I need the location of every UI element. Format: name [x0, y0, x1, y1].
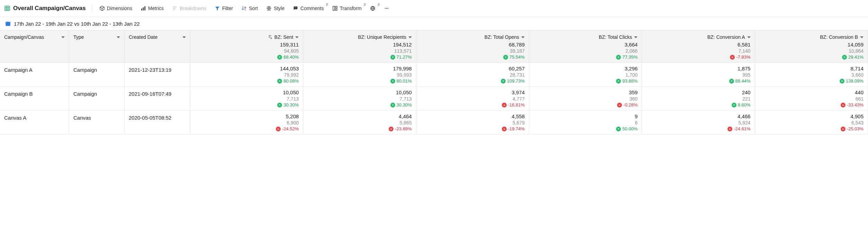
delta-down-icon	[389, 127, 394, 131]
delta-up-icon	[277, 103, 282, 107]
svg-rect-15	[335, 6, 337, 8]
delta-up-icon	[390, 55, 395, 60]
dimensions-button[interactable]: Dimensions	[96, 3, 136, 13]
delta-down-icon	[730, 55, 735, 60]
delta-down-icon	[502, 103, 507, 107]
col-label: Type	[73, 34, 84, 40]
beta-badge: β	[364, 3, 366, 6]
svg-rect-5	[141, 9, 142, 10]
agg-value: 14,059	[759, 42, 864, 48]
globe-icon	[370, 6, 376, 11]
col-header-metric[interactable]: BZ: Total Clicks3,6642,06677.35%	[529, 31, 642, 63]
sort-icon	[241, 6, 247, 11]
cell-metric: 359360-0.28%	[529, 87, 642, 111]
cell-metric: 1,87599588.44%	[642, 63, 755, 87]
val-delta: -19.74%	[502, 126, 525, 131]
cell-created: 2021-09-16T07:49	[125, 87, 190, 111]
col-header-type[interactable]: Type	[69, 31, 125, 63]
col-label: BZ: Unique Recipients	[358, 34, 406, 40]
chevron-down-icon	[634, 36, 638, 38]
cell-metric: 144,05379,99280.08%	[190, 63, 303, 87]
agg-compare: 10,864	[759, 48, 864, 54]
agg-delta: 29.41%	[759, 54, 864, 60]
val-main: 4,466	[738, 113, 751, 119]
more-button[interactable]	[380, 3, 393, 13]
cell-metric: 60,25728,731109.73%	[416, 63, 529, 87]
agg-compare: 2,066	[533, 48, 638, 54]
val-compare: 7,713	[400, 96, 412, 102]
val-main: 4,558	[512, 113, 525, 119]
val-compare: 5,679	[513, 120, 525, 126]
cell-name: Campaign B	[0, 87, 69, 111]
delta-up-icon	[616, 79, 621, 84]
filter-button[interactable]: Filter	[211, 3, 236, 13]
col-label: BZ: Sent	[274, 34, 293, 40]
svg-point-20	[388, 8, 388, 9]
cell-created: 2021-12-23T13:19	[125, 63, 190, 87]
cell-metric: 4,9056,543-25.03%	[755, 111, 868, 135]
val-compare: 360	[630, 96, 638, 102]
cell-name: Canvas A	[0, 111, 69, 135]
tool-label: Sort	[249, 6, 258, 11]
col-label: BZ: Total Clicks	[599, 34, 632, 40]
delta-up-icon	[616, 127, 621, 131]
breakdowns-button[interactable]: Breakdowns	[169, 3, 210, 13]
col-header-created[interactable]: Created Date	[125, 31, 190, 63]
val-delta: -25.03%	[841, 126, 864, 131]
chevron-down-icon	[860, 36, 864, 38]
col-label: Campaign/Canvas	[4, 34, 44, 40]
delta-up-icon	[390, 103, 395, 107]
svg-rect-6	[143, 7, 144, 10]
col-header-metric[interactable]: BZ: Total Opens68,78939,18775.54%	[416, 31, 529, 63]
val-main: 9	[635, 113, 638, 119]
val-delta: -33.43%	[841, 102, 864, 107]
val-delta: 30.30%	[277, 102, 299, 107]
table-icon	[4, 5, 10, 11]
comments-icon	[293, 6, 298, 11]
cell-metric: 2402218.60%	[642, 87, 755, 111]
filter-icon	[215, 6, 220, 11]
date-range-text: 17th Jan 22 - 19th Jan 22 vs 10th Jan 22…	[14, 21, 140, 27]
svg-rect-7	[144, 6, 145, 10]
delta-up-icon	[390, 79, 395, 84]
delta-up-icon	[729, 79, 734, 84]
col-header-metric[interactable]: BZ: Conversion A6,5817,140-7.83%	[642, 31, 755, 63]
val-main: 3,974	[512, 89, 525, 95]
chevron-down-icon	[295, 36, 299, 38]
val-delta: 50.00%	[616, 126, 638, 131]
col-header-metric[interactable]: BZ: Conversion B14,05910,86429.41%	[755, 31, 868, 63]
col-header-metric[interactable]: BZ: Unique Recipients194,512113,57171.27…	[303, 31, 416, 63]
col-label: Created Date	[129, 34, 157, 40]
col-label: BZ: Conversion A	[707, 34, 745, 40]
agg-value: 159,311	[195, 42, 299, 48]
col-header-metric[interactable]: BZ: Sent159,31194,60568.40%	[190, 31, 303, 63]
cell-name: Campaign A	[0, 63, 69, 87]
cell-type: Campaign	[69, 87, 125, 111]
val-main: 1,875	[738, 66, 751, 71]
cell-type: Campaign	[69, 63, 125, 87]
val-compare: 661	[856, 96, 864, 102]
agg-value: 68,789	[421, 42, 525, 48]
val-main: 359	[629, 89, 638, 95]
style-button[interactable]: Style	[263, 3, 288, 13]
val-delta: 88.44%	[729, 78, 751, 84]
val-delta: -24.52%	[276, 126, 299, 131]
comments-button[interactable]: Comments β	[289, 3, 327, 13]
col-header-campaign[interactable]: Campaign/Canvas	[0, 31, 69, 63]
val-delta: -16.81%	[502, 102, 525, 107]
chevron-down-icon	[182, 36, 186, 38]
transform-button[interactable]: Transform β	[329, 3, 365, 13]
date-range-bar[interactable]: 17th Jan 22 - 19th Jan 22 vs 10th Jan 22…	[0, 17, 868, 30]
beta-badge: β	[378, 3, 380, 6]
sort-desc-icon	[268, 35, 272, 40]
globe-button[interactable]: β	[367, 3, 379, 13]
data-grid: Campaign/Canvas Type Created Date BZ: Se…	[0, 30, 868, 135]
val-compare: 6,900	[287, 120, 299, 126]
svg-rect-0	[5, 6, 10, 11]
metrics-button[interactable]: Metrics	[137, 3, 167, 13]
tool-label: Style	[274, 6, 284, 11]
val-compare: 6	[635, 120, 638, 126]
cell-metric: 10,0507,71330.30%	[190, 87, 303, 111]
sort-button[interactable]: Sort	[238, 3, 261, 13]
beta-badge: β	[326, 3, 328, 6]
